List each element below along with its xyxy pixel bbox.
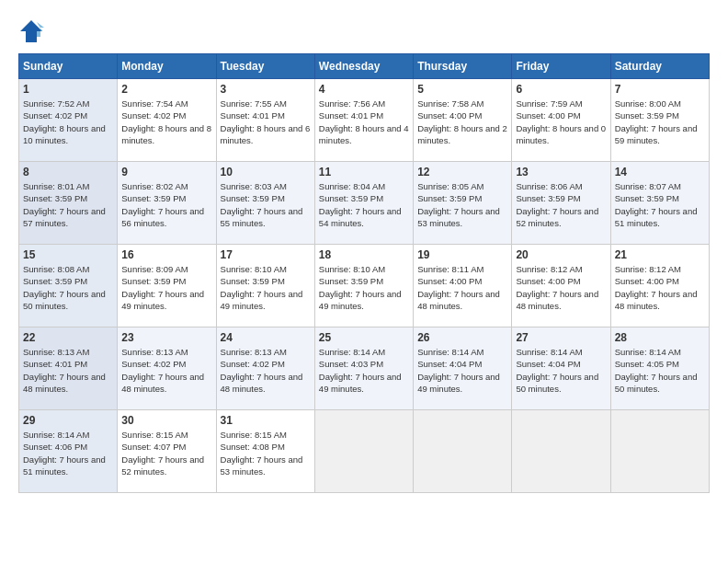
- day-number: 14: [615, 166, 705, 178]
- day-number: 5: [417, 83, 507, 96]
- calendar-cell: 10 Sunrise: 8:03 AM Sunset: 3:59 PM Dayl…: [216, 162, 314, 245]
- day-detail: Sunrise: 8:15 AM Sunset: 4:08 PM Dayligh…: [221, 429, 311, 477]
- day-number: 24: [221, 331, 311, 344]
- calendar-cell: 11 Sunrise: 8:04 AM Sunset: 3:59 PM Dayl…: [314, 162, 413, 245]
- day-detail: Sunrise: 8:07 AM Sunset: 3:59 PM Dayligh…: [615, 180, 705, 229]
- day-number: 7: [615, 83, 705, 96]
- day-detail: Sunrise: 8:13 AM Sunset: 4:02 PM Dayligh…: [121, 346, 211, 395]
- calendar-cell: 2 Sunrise: 7:54 AM Sunset: 4:02 PM Dayli…: [118, 79, 216, 162]
- day-number: 19: [417, 248, 507, 261]
- day-number: 15: [23, 248, 113, 261]
- calendar-cell: [314, 410, 413, 493]
- calendar-table: SundayMondayTuesdayWednesdayThursdayFrid…: [18, 53, 710, 493]
- day-detail: Sunrise: 7:55 AM Sunset: 4:01 PM Dayligh…: [221, 98, 311, 146]
- day-number: 17: [221, 248, 311, 261]
- calendar-cell: 12 Sunrise: 8:05 AM Sunset: 3:59 PM Dayl…: [414, 162, 512, 245]
- day-detail: Sunrise: 8:05 AM Sunset: 3:59 PM Dayligh…: [417, 180, 507, 229]
- day-detail: Sunrise: 8:09 AM Sunset: 3:59 PM Dayligh…: [121, 263, 211, 312]
- day-number: 13: [516, 166, 606, 178]
- calendar-header-row: SundayMondayTuesdayWednesdayThursdayFrid…: [19, 54, 710, 79]
- calendar-cell: 19 Sunrise: 8:11 AM Sunset: 4:00 PM Dayl…: [414, 245, 512, 327]
- day-detail: Sunrise: 8:14 AM Sunset: 4:06 PM Dayligh…: [23, 429, 113, 477]
- day-header-friday: Friday: [512, 54, 610, 79]
- day-detail: Sunrise: 8:10 AM Sunset: 3:59 PM Dayligh…: [221, 263, 311, 312]
- day-number: 23: [121, 331, 211, 344]
- calendar-cell: [414, 410, 512, 493]
- day-number: 2: [121, 83, 211, 96]
- calendar-cell: 16 Sunrise: 8:09 AM Sunset: 3:59 PM Dayl…: [118, 245, 216, 327]
- day-detail: Sunrise: 7:56 AM Sunset: 4:01 PM Dayligh…: [319, 98, 409, 146]
- day-detail: Sunrise: 8:14 AM Sunset: 4:05 PM Dayligh…: [615, 346, 705, 395]
- day-header-saturday: Saturday: [610, 54, 709, 79]
- calendar-cell: 17 Sunrise: 8:10 AM Sunset: 3:59 PM Dayl…: [216, 245, 314, 327]
- day-number: 31: [221, 414, 311, 427]
- calendar-week-row: 8 Sunrise: 8:01 AM Sunset: 3:59 PM Dayli…: [19, 162, 710, 245]
- day-detail: Sunrise: 8:02 AM Sunset: 3:59 PM Dayligh…: [121, 180, 211, 229]
- calendar-cell: 31 Sunrise: 8:15 AM Sunset: 4:08 PM Dayl…: [216, 410, 314, 493]
- day-header-thursday: Thursday: [414, 54, 512, 79]
- calendar-week-row: 1 Sunrise: 7:52 AM Sunset: 4:02 PM Dayli…: [19, 79, 710, 162]
- calendar-cell: [610, 410, 709, 493]
- calendar-cell: 1 Sunrise: 7:52 AM Sunset: 4:02 PM Dayli…: [19, 79, 118, 162]
- day-number: 18: [319, 248, 409, 261]
- calendar-cell: 5 Sunrise: 7:58 AM Sunset: 4:00 PM Dayli…: [414, 79, 512, 162]
- calendar-cell: 27 Sunrise: 8:14 AM Sunset: 4:04 PM Dayl…: [512, 327, 610, 410]
- calendar-cell: 23 Sunrise: 8:13 AM Sunset: 4:02 PM Dayl…: [118, 327, 216, 410]
- day-number: 11: [319, 166, 409, 178]
- day-number: 26: [417, 331, 507, 344]
- calendar-cell: 18 Sunrise: 8:10 AM Sunset: 3:59 PM Dayl…: [314, 245, 413, 327]
- day-number: 28: [615, 331, 705, 344]
- day-number: 20: [516, 248, 606, 261]
- calendar-cell: 6 Sunrise: 7:59 AM Sunset: 4:00 PM Dayli…: [512, 79, 610, 162]
- day-number: 21: [615, 248, 705, 261]
- day-header-sunday: Sunday: [19, 54, 118, 79]
- day-detail: Sunrise: 8:13 AM Sunset: 4:01 PM Dayligh…: [23, 346, 113, 395]
- day-number: 30: [121, 414, 211, 427]
- day-detail: Sunrise: 8:11 AM Sunset: 4:00 PM Dayligh…: [417, 263, 507, 312]
- day-number: 1: [23, 83, 113, 96]
- calendar-cell: 26 Sunrise: 8:14 AM Sunset: 4:04 PM Dayl…: [414, 327, 512, 410]
- calendar-cell: 13 Sunrise: 8:06 AM Sunset: 3:59 PM Dayl…: [512, 162, 610, 245]
- calendar-cell: 22 Sunrise: 8:13 AM Sunset: 4:01 PM Dayl…: [19, 327, 118, 410]
- day-detail: Sunrise: 8:03 AM Sunset: 3:59 PM Dayligh…: [221, 180, 311, 229]
- calendar-cell: 29 Sunrise: 8:14 AM Sunset: 4:06 PM Dayl…: [19, 410, 118, 493]
- day-detail: Sunrise: 8:08 AM Sunset: 3:59 PM Dayligh…: [23, 263, 113, 312]
- day-number: 8: [23, 166, 113, 178]
- calendar-week-row: 15 Sunrise: 8:08 AM Sunset: 3:59 PM Dayl…: [19, 245, 710, 327]
- day-detail: Sunrise: 8:06 AM Sunset: 3:59 PM Dayligh…: [516, 180, 606, 229]
- calendar-cell: 24 Sunrise: 8:13 AM Sunset: 4:02 PM Dayl…: [216, 327, 314, 410]
- day-header-monday: Monday: [118, 54, 216, 79]
- day-detail: Sunrise: 7:59 AM Sunset: 4:00 PM Dayligh…: [516, 98, 606, 146]
- calendar-cell: 7 Sunrise: 8:00 AM Sunset: 3:59 PM Dayli…: [610, 79, 709, 162]
- calendar-cell: 3 Sunrise: 7:55 AM Sunset: 4:01 PM Dayli…: [216, 79, 314, 162]
- page-header: [18, 18, 710, 44]
- day-detail: Sunrise: 8:12 AM Sunset: 4:00 PM Dayligh…: [615, 263, 705, 312]
- day-detail: Sunrise: 8:00 AM Sunset: 3:59 PM Dayligh…: [615, 98, 705, 146]
- day-detail: Sunrise: 7:54 AM Sunset: 4:02 PM Dayligh…: [121, 98, 211, 146]
- calendar-cell: [512, 410, 610, 493]
- day-detail: Sunrise: 8:10 AM Sunset: 3:59 PM Dayligh…: [319, 263, 409, 312]
- logo: [18, 18, 48, 44]
- calendar-cell: 15 Sunrise: 8:08 AM Sunset: 3:59 PM Dayl…: [19, 245, 118, 327]
- day-detail: Sunrise: 8:14 AM Sunset: 4:04 PM Dayligh…: [417, 346, 507, 395]
- calendar-cell: 30 Sunrise: 8:15 AM Sunset: 4:07 PM Dayl…: [118, 410, 216, 493]
- day-detail: Sunrise: 8:15 AM Sunset: 4:07 PM Dayligh…: [121, 429, 211, 477]
- day-number: 4: [319, 83, 409, 96]
- day-number: 10: [221, 166, 311, 178]
- calendar-week-row: 29 Sunrise: 8:14 AM Sunset: 4:06 PM Dayl…: [19, 410, 710, 493]
- day-number: 3: [221, 83, 311, 96]
- day-detail: Sunrise: 8:12 AM Sunset: 4:00 PM Dayligh…: [516, 263, 606, 312]
- calendar-cell: 9 Sunrise: 8:02 AM Sunset: 3:59 PM Dayli…: [118, 162, 216, 245]
- day-detail: Sunrise: 7:52 AM Sunset: 4:02 PM Dayligh…: [23, 98, 113, 146]
- logo-icon: [18, 18, 44, 44]
- day-detail: Sunrise: 8:14 AM Sunset: 4:03 PM Dayligh…: [319, 346, 409, 395]
- day-detail: Sunrise: 7:58 AM Sunset: 4:00 PM Dayligh…: [417, 98, 507, 146]
- day-number: 9: [121, 166, 211, 178]
- day-number: 12: [417, 166, 507, 178]
- calendar-cell: 4 Sunrise: 7:56 AM Sunset: 4:01 PM Dayli…: [314, 79, 413, 162]
- calendar-cell: 21 Sunrise: 8:12 AM Sunset: 4:00 PM Dayl…: [610, 245, 709, 327]
- day-detail: Sunrise: 8:01 AM Sunset: 3:59 PM Dayligh…: [23, 180, 113, 229]
- day-number: 29: [23, 414, 113, 427]
- day-header-wednesday: Wednesday: [314, 54, 413, 79]
- day-detail: Sunrise: 8:04 AM Sunset: 3:59 PM Dayligh…: [319, 180, 409, 229]
